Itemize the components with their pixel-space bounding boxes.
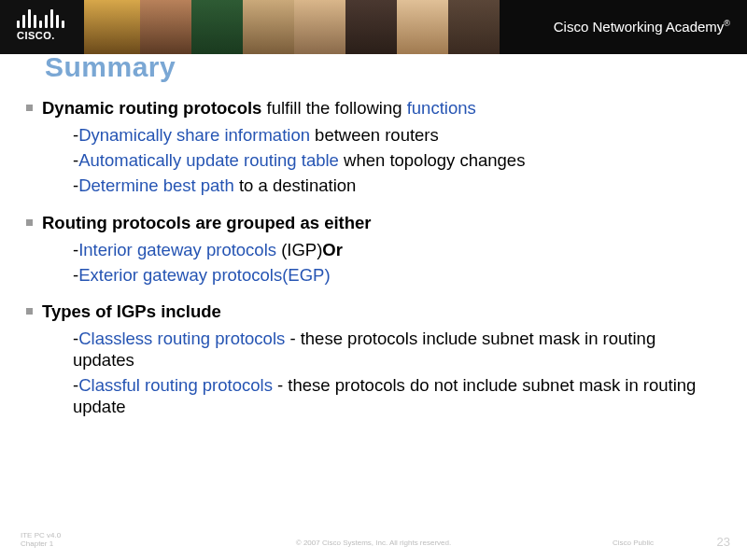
slide-footer: ITE PC v4.0 Chapter 1 © 2007 Cisco Syste… (0, 526, 747, 551)
trademark-icon: ® (724, 19, 730, 28)
sub-bullet: -Classless routing protocols - these pro… (73, 328, 721, 371)
sub-bullet: -Determine best path to a destination (73, 175, 721, 196)
bullet-text: Routing protocols are grouped as either (42, 212, 372, 233)
bullet-text: Types of IGPs include (42, 301, 221, 322)
slide-header: CISCO. Cisco Networking Academy® (0, 0, 747, 54)
sub-bullet: -Exterior gateway protocols(EGP) (73, 264, 721, 286)
sub-bullet: -Dynamically share information between r… (73, 124, 721, 146)
square-bullet-icon (26, 105, 33, 111)
footer-page-number: 23 (717, 535, 730, 549)
cisco-bars-icon (17, 6, 64, 28)
bullet-item: Dynamic routing protocols fulfill the fo… (26, 97, 721, 119)
sub-bullet: -Classful routing protocols - these prot… (73, 374, 721, 417)
footer-classification: Cisco Public (613, 539, 654, 547)
bullet-item: Types of IGPs include (26, 301, 721, 322)
bullet-group: Routing protocols are grouped as either … (26, 212, 721, 286)
academy-text: Cisco Networking Academy (554, 19, 725, 35)
square-bullet-icon (26, 219, 33, 226)
cisco-logo-text: CISCO. (17, 30, 64, 41)
bullet-group: Types of IGPs include -Classless routing… (26, 301, 721, 418)
bullet-text: Dynamic routing protocols fulfill the fo… (42, 97, 476, 119)
bullet-group: Dynamic routing protocols fulfill the fo… (26, 97, 721, 197)
square-bullet-icon (26, 308, 33, 315)
slide-body: Dynamic routing protocols fulfill the fo… (26, 97, 721, 433)
cisco-logo: CISCO. (17, 6, 64, 41)
academy-brand: Cisco Networking Academy® (554, 19, 730, 35)
sub-bullet: -Automatically update routing table when… (73, 149, 721, 171)
slide-title: Summary (45, 51, 176, 83)
sub-bullet: -Interior gateway protocols (IGP)Or (73, 239, 721, 260)
bullet-item: Routing protocols are grouped as either (26, 212, 721, 233)
